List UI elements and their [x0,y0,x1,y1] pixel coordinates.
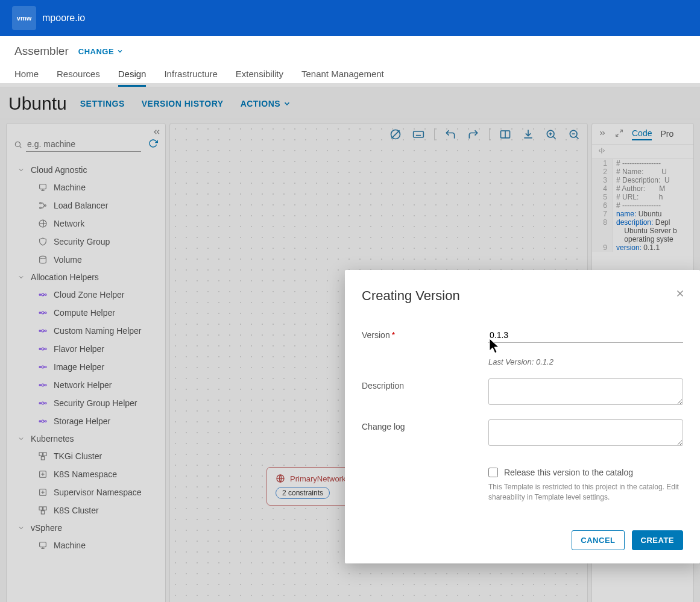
description-label: Description [362,378,488,390]
change-label: CHANGE [78,47,114,56]
vmware-logo: vmw [12,6,36,30]
release-checkbox-row[interactable]: Release this version to the catalog [488,468,683,477]
global-header: vmw mpoore.io [0,0,700,36]
required-indicator: * [392,330,395,340]
changelog-textarea[interactable] [488,419,683,446]
modal-title: Creating Version [362,288,683,304]
changelog-label: Change log [362,419,488,431]
tenant-brand: mpoore.io [42,13,85,24]
release-checkbox-label: Release this version to the catalog [504,468,633,477]
description-textarea[interactable] [488,378,683,405]
creating-version-modal: Creating Version Version* Last Version: … [345,270,700,563]
version-input[interactable] [488,328,683,343]
cancel-button[interactable]: CANCEL [572,530,624,550]
close-modal-button[interactable] [675,288,686,301]
chevron-down-icon [116,48,124,55]
release-checkbox[interactable] [488,468,498,477]
change-service-link[interactable]: CHANGE [78,47,124,56]
create-button[interactable]: CREATE [632,530,683,550]
subheader: Assembler CHANGE Home Resources Design I… [0,36,700,87]
release-note: This Template is restricted to this proj… [488,482,683,503]
last-version-hint: Last Version: 0.1.2 [488,357,683,366]
version-label: Version [362,330,390,340]
app-title: Assembler [14,45,69,58]
